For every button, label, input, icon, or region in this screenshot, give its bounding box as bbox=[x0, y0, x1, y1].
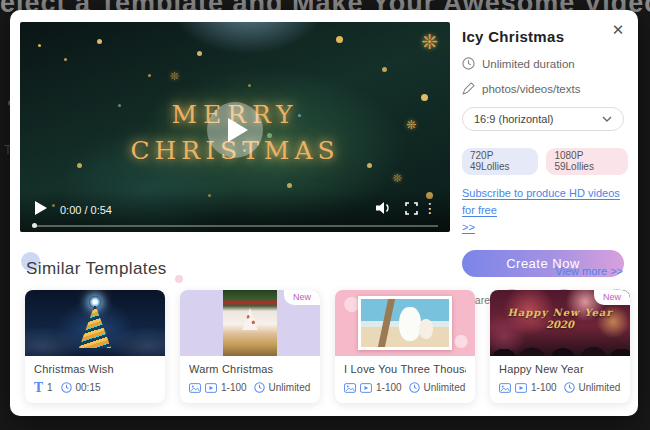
template-card-i-love-you[interactable]: I Love You Three Thousa... 1-100 bbox=[335, 290, 475, 403]
photo-icon bbox=[344, 383, 356, 393]
similar-templates-header: Similar Templates View more >> bbox=[25, 257, 623, 285]
duration-value: Unlimited bbox=[269, 382, 311, 393]
play-icon bbox=[228, 118, 248, 142]
template-thumbnail: New bbox=[180, 290, 320, 356]
thumbnail-text-line2: 2020 bbox=[490, 319, 630, 330]
price-badges: 720P 49Lollies 1080P 59Lollies bbox=[462, 148, 628, 175]
thumbnail-photo bbox=[358, 296, 452, 350]
video-time: 0:00 / 0:54 bbox=[60, 204, 112, 216]
video-icon bbox=[360, 383, 372, 393]
card-title: Christmas Wish bbox=[34, 363, 156, 375]
pencil-icon bbox=[462, 82, 475, 95]
media-range-value: 1-100 bbox=[376, 382, 402, 393]
text-count-icon: T bbox=[34, 383, 43, 393]
play-button[interactable] bbox=[35, 201, 47, 215]
figure-art bbox=[419, 319, 433, 339]
card-title: I Love You Three Thousa... bbox=[344, 363, 466, 375]
snowflake-icon: ❊ bbox=[421, 30, 438, 54]
media-range-value: 1-100 bbox=[531, 382, 557, 393]
content-types-row: photos/videos/texts bbox=[462, 82, 628, 95]
palm-art bbox=[378, 299, 395, 347]
snowflake-icon: ❊ bbox=[393, 172, 402, 185]
duration-row: Unlimited duration bbox=[462, 57, 628, 70]
duration-value: 00:15 bbox=[76, 382, 101, 393]
template-thumbnail: Happy New Year 2020 New bbox=[490, 290, 630, 356]
content-types-label: photos/videos/texts bbox=[482, 83, 580, 95]
crowd-art bbox=[490, 330, 630, 356]
template-preview-modal: ✕ ❊ ❊ ❊ ❊ MERRY CHRISTMAS 0:00 / 0:54 bbox=[10, 10, 638, 416]
duration-label: Unlimited duration bbox=[482, 58, 575, 70]
clock-icon bbox=[61, 382, 72, 393]
play-icon bbox=[35, 201, 47, 215]
card-meta: 1-100 Unlimited bbox=[344, 382, 466, 393]
chevron-down-icon bbox=[602, 116, 612, 122]
figure-art bbox=[399, 307, 421, 341]
clock-icon bbox=[564, 382, 575, 393]
aspect-ratio-select[interactable]: 16:9 (horizontal) bbox=[462, 107, 624, 131]
volume-icon[interactable] bbox=[376, 201, 392, 215]
card-title: Happy New Year bbox=[499, 363, 621, 375]
photo-icon bbox=[499, 383, 511, 393]
duration-value: Unlimited bbox=[579, 382, 621, 393]
heading-decoration-dot bbox=[175, 275, 183, 283]
subscribe-link-arrows[interactable]: >> bbox=[462, 221, 475, 234]
video-icon bbox=[205, 383, 217, 393]
price-badge-1080p: 1080P 59Lollies bbox=[546, 148, 628, 175]
clock-icon bbox=[409, 382, 420, 393]
christmas-tree-art bbox=[75, 304, 115, 348]
similar-templates-title: Similar Templates bbox=[26, 259, 167, 279]
new-badge: New bbox=[284, 290, 320, 305]
similar-templates-list: Christmas Wish T 1 00:15 New bbox=[25, 290, 623, 403]
video-progress-bar[interactable] bbox=[32, 225, 438, 227]
video-controls-bar: 0:00 / 0:54 ⋮ bbox=[20, 190, 450, 232]
template-card-christmas-wish[interactable]: Christmas Wish T 1 00:15 bbox=[25, 290, 165, 403]
card-title: Warm Christmas bbox=[189, 363, 311, 375]
media-range-value: 1-100 bbox=[221, 382, 247, 393]
photo-icon bbox=[189, 383, 201, 393]
more-options-icon[interactable]: ⋮ bbox=[423, 200, 437, 216]
template-card-warm-christmas[interactable]: New Warm Christmas 1-100 bbox=[180, 290, 320, 403]
fullscreen-icon[interactable] bbox=[405, 202, 418, 215]
duration-value: Unlimited bbox=[424, 382, 466, 393]
video-player[interactable]: ❊ ❊ ❊ ❊ MERRY CHRISTMAS 0:00 / 0:54 bbox=[20, 22, 450, 232]
clock-icon bbox=[254, 382, 265, 393]
play-overlay-button[interactable] bbox=[207, 102, 263, 158]
subscribe-link[interactable]: Subscribe to produce HD videos for free … bbox=[462, 185, 628, 236]
aspect-ratio-value: 16:9 (horizontal) bbox=[474, 113, 554, 125]
template-title: Icy Christmas bbox=[462, 28, 628, 45]
subscribe-link-text[interactable]: Subscribe to produce HD videos for free bbox=[462, 187, 620, 217]
video-icon bbox=[515, 383, 527, 393]
card-meta: T 1 00:15 bbox=[34, 382, 156, 393]
view-more-link[interactable]: View more >> bbox=[555, 265, 623, 277]
snowflake-icon: ❊ bbox=[170, 70, 179, 83]
progress-handle[interactable] bbox=[32, 223, 37, 228]
template-thumbnail bbox=[335, 290, 475, 356]
text-count-value: 1 bbox=[47, 382, 53, 393]
template-card-happy-new-year[interactable]: Happy New Year 2020 New Happy New Year bbox=[490, 290, 630, 403]
new-badge: New bbox=[594, 290, 630, 305]
card-meta: 1-100 Unlimited bbox=[189, 382, 311, 393]
thumbnail-text-line1: Happy New Year bbox=[490, 307, 630, 318]
price-badge-720p: 720P 49Lollies bbox=[462, 148, 538, 175]
sparkles-decoration bbox=[38, 44, 41, 47]
template-thumbnail bbox=[25, 290, 165, 356]
card-meta: 1-100 Unlimited bbox=[499, 382, 621, 393]
clock-icon bbox=[462, 57, 475, 70]
